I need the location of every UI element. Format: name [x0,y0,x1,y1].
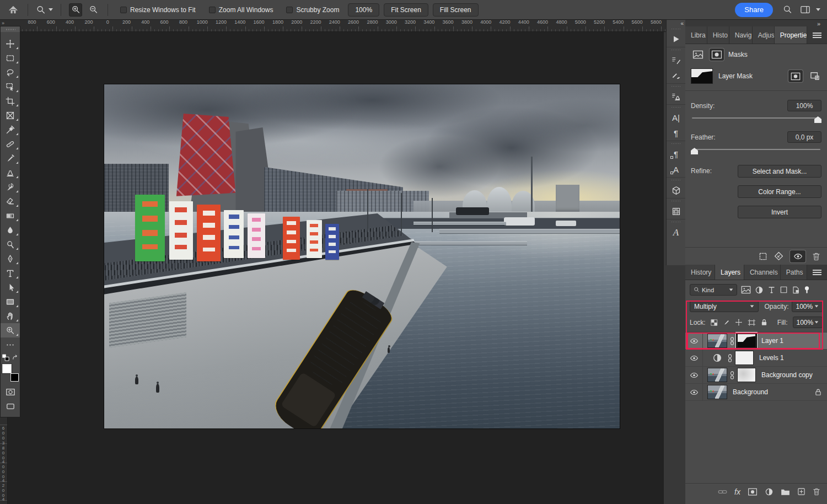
expand-panels-button[interactable]: « [680,20,683,26]
paragraph-styles-panel-button[interactable]: ¶ [667,146,685,162]
new-group-icon[interactable] [781,488,790,496]
invert-button[interactable]: Invert [738,206,821,218]
layer-lock-icon[interactable] [815,388,821,396]
apply-mask-icon[interactable] [774,251,783,261]
mask-properties-button[interactable] [710,49,724,61]
foreground-color-swatch[interactable] [2,364,12,373]
workspace-button[interactable] [798,3,812,17]
share-button[interactable]: Share [735,3,773,17]
filter-toggle-icon[interactable] [804,286,810,294]
layer-name[interactable]: Layer 1 [761,337,783,345]
clone-source-panel-button[interactable] [667,89,685,104]
collapse-right-glyph[interactable]: » [817,20,820,27]
3d-panel-button[interactable] [667,183,685,198]
lasso-tool[interactable] [1,65,20,79]
layer-mask-thumbnail[interactable] [691,68,713,84]
link-mask-icon[interactable] [729,371,735,380]
brush-tool[interactable] [1,151,20,165]
new-layer-icon[interactable] [797,487,805,496]
resize-windows-checkbox[interactable]: Resize Windows to Fit [120,6,196,14]
brushes-panel-button[interactable] [667,68,685,83]
add-mask-icon[interactable] [748,488,758,496]
kind-filter-dropdown[interactable]: Kind [690,284,737,296]
blend-mode-dropdown[interactable]: Multiply [690,301,759,312]
tab-histogram[interactable]: Histo [707,26,729,44]
tab-paths[interactable]: Paths [781,265,807,280]
opacity-value-box[interactable]: 100% [792,301,823,312]
zoom-in-button[interactable] [69,3,82,17]
delete-mask-icon[interactable] [812,252,820,261]
add-vector-mask-button[interactable] [808,70,821,82]
zoom-tool[interactable] [1,323,20,337]
character-panel-button[interactable]: A| [667,110,685,125]
link-mask-icon[interactable] [727,353,733,363]
quick-mask-button[interactable] [1,385,20,399]
feather-slider[interactable] [692,147,820,155]
pixel-layer-properties-button[interactable] [691,49,705,61]
lock-position-icon[interactable] [735,318,743,326]
pixel-filter-icon[interactable] [741,286,751,294]
rectangular-marquee-tool[interactable] [1,51,20,65]
layer-mask-thumbnail[interactable] [737,334,756,348]
brush-settings-panel-button[interactable] [667,52,685,68]
zoom-level-button[interactable]: 100% [348,3,379,17]
new-adjustment-layer-icon[interactable] [765,487,774,496]
lock-artboard-icon[interactable] [748,319,756,326]
eraser-tool[interactable] [1,194,20,208]
search-button[interactable] [781,3,794,17]
select-and-mask-button[interactable]: Select and Mask... [738,165,821,178]
link-mask-icon[interactable] [729,336,735,346]
delete-layer-icon[interactable] [813,487,820,496]
layer-mask-thumbnail[interactable] [735,351,754,365]
healing-brush-tool[interactable] [1,137,20,151]
shape-filter-icon[interactable] [780,286,788,294]
glyphs-panel-button[interactable]: A [667,224,685,240]
visibility-toggle[interactable] [685,367,703,383]
gradient-tool[interactable] [1,208,20,223]
default-colors-icon[interactable] [2,354,9,361]
dodge-tool[interactable] [1,237,20,251]
select-mask-button[interactable] [788,70,803,82]
layer-name[interactable]: Background copy [761,371,813,379]
tab-libraries[interactable]: Libra [685,26,707,44]
object-selection-tool[interactable] [1,79,20,94]
tab-channels[interactable]: Channels [744,265,781,280]
timeline-panel-button[interactable] [667,203,685,219]
type-tool[interactable] [1,266,20,280]
layer-thumbnail[interactable] [707,334,727,348]
smart-object-filter-icon[interactable] [792,286,800,294]
swap-colors-icon[interactable] [12,354,19,361]
layer-thumbnail[interactable] [707,368,727,382]
visibility-toggle[interactable] [685,333,703,349]
panel-menu-button[interactable] [807,26,827,44]
tab-layers[interactable]: Layers [715,265,744,280]
fill-screen-button[interactable]: Fill Screen [433,3,479,17]
palette-grip[interactable] [1,26,20,32]
crop-tool[interactable] [1,94,20,108]
lock-all-icon[interactable] [761,318,767,326]
scrubby-zoom-checkbox[interactable]: Scrubby Zoom [286,6,339,14]
horizontal-ruler[interactable]: » 80060040020002004006008001000120014001… [0,20,666,32]
tab-properties[interactable]: Properties [775,26,807,44]
visibility-toggle[interactable] [685,384,703,400]
panel-menu-button[interactable] [807,265,827,280]
tab-navigator[interactable]: Navig [729,26,753,44]
history-brush-tool[interactable] [1,180,20,194]
clone-stamp-tool[interactable] [1,165,20,180]
actions-panel-button[interactable] [667,31,685,47]
paragraph-panel-button[interactable]: ¶ [667,125,685,141]
link-layers-icon[interactable] [718,489,727,495]
zoom-out-button[interactable] [87,3,100,17]
feather-value[interactable]: 0,0 px [787,131,821,143]
layer-name[interactable]: Background [733,388,768,396]
fill-value-box[interactable]: 100% [793,317,823,328]
layer-thumbnail[interactable] [707,385,727,399]
layer-styles-button[interactable]: fx [734,487,740,496]
pen-tool[interactable] [1,251,20,266]
layer-name[interactable]: Levels 1 [759,354,784,362]
zoom-all-windows-checkbox[interactable]: Zoom All Windows [209,6,273,14]
hand-tool[interactable] [1,309,20,323]
color-swatches[interactable] [2,364,19,382]
zoom-tool-preset-button[interactable] [36,3,53,17]
layer-mask-thumbnail[interactable] [737,368,756,382]
